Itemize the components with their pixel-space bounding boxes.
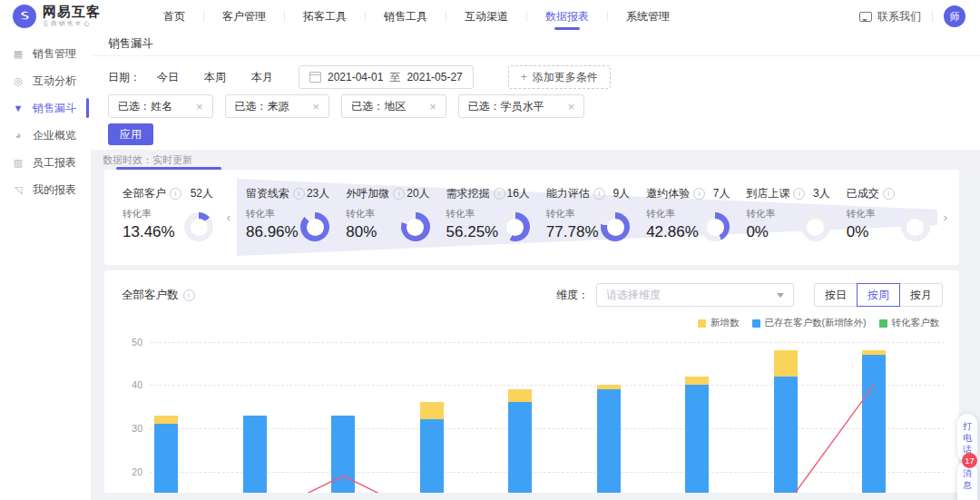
legend-item-new[interactable]: 新增数 (698, 317, 740, 329)
target-icon: ◎ (12, 75, 24, 87)
funnel-stage-count: 23人 (307, 186, 329, 201)
logo-subtitle: 云商销售中心 (43, 20, 101, 28)
funnel-stage-outbound-call: 外呼加微 20人 转化率 80% (337, 179, 436, 256)
sidebar-item-employee-report[interactable]: ▥ 员工报表 (0, 149, 91, 176)
legend-label: 转化客户数 (892, 317, 940, 329)
nav-item-reports[interactable]: 数据报表 (527, 0, 607, 33)
funnel-stage-count: 52人 (191, 186, 213, 201)
funnel-stage-name: 已成交 (847, 186, 879, 201)
by-day-button[interactable]: 按日 (814, 283, 858, 307)
chart-title: 全部客户数 (122, 288, 179, 303)
conversion-rate-label: 转化率 (246, 208, 299, 221)
close-icon[interactable]: × (313, 101, 320, 113)
pie-icon: ◕ (12, 130, 24, 141)
quick-range-week[interactable]: 本周 (204, 70, 226, 85)
nav-item-sales-tools[interactable]: 销售工具 (366, 0, 446, 33)
conversion-rate-label: 转化率 (546, 208, 599, 221)
donut-chart (401, 212, 430, 241)
donut-chart (801, 212, 830, 241)
funnel-icon: ▼ (12, 103, 24, 113)
date-separator: 至 (389, 70, 400, 85)
info-icon[interactable] (793, 188, 805, 200)
conversion-rate-label: 转化率 (122, 208, 175, 221)
add-condition-button[interactable]: + 添加更多条件 (508, 65, 611, 89)
nav-item-prospecting[interactable]: 拓客工具 (285, 0, 365, 33)
conversion-rate-label: 转化率 (446, 208, 499, 221)
funnel-stage-name: 外呼加微 (346, 186, 389, 201)
user-avatar[interactable]: 师 (944, 5, 965, 27)
filter-chip-region: 已选：地区 × (341, 94, 446, 118)
nav-item-channels[interactable]: 互动渠道 (446, 0, 526, 33)
by-week-button[interactable]: 按周 (857, 283, 900, 307)
logo-icon (13, 5, 36, 28)
info-icon[interactable] (693, 188, 705, 200)
page-title: 销售漏斗 (91, 33, 980, 56)
funnel-stage-name: 留资线索 (246, 186, 289, 201)
sidebar-item-label: 员工报表 (33, 155, 76, 171)
donut-chart (901, 212, 930, 241)
bar-chart-plot: 20304050 (117, 336, 945, 493)
dimension-select[interactable]: 请选择维度 (596, 283, 794, 307)
filter-chip-source: 已选：来源 × (225, 94, 330, 118)
legend-item-existing[interactable]: 已存在客户数(新增除外) (752, 317, 867, 329)
funnel-stage-visit-class: 到店上课 3人 转化率 0% (737, 179, 837, 256)
chevron-right-icon[interactable]: › (937, 179, 954, 256)
legend-label: 新增数 (710, 317, 740, 329)
sidebar-item-sales-funnel[interactable]: ▼ 销售漏斗 (0, 94, 91, 122)
topbar-right: 联系我们 师 (859, 5, 980, 27)
granularity-button-group: 按日 按周 按月 (814, 283, 943, 307)
quick-range-month[interactable]: 本月 (251, 70, 273, 85)
divider (932, 11, 933, 22)
close-icon[interactable]: × (429, 101, 436, 113)
funnel-stage-name: 需求挖掘 (446, 186, 490, 201)
funnel-stage-name: 能力评估 (546, 186, 590, 201)
sidebar-item-sales-management[interactable]: ▦ 销售管理 (0, 40, 91, 67)
quick-range-today[interactable]: 今日 (157, 70, 179, 85)
info-icon[interactable] (183, 289, 195, 301)
nav-item-system[interactable]: 系统管理 (608, 0, 688, 33)
info-icon[interactable] (170, 188, 181, 200)
apply-button[interactable]: 应用 (108, 123, 153, 145)
sidebar-item-my-report[interactable]: ◹ 我的报表 (0, 176, 91, 203)
info-icon[interactable] (883, 188, 895, 200)
date-range-input[interactable]: 2021-04-01 至 2021-05-27 (299, 65, 474, 89)
close-icon[interactable]: × (196, 101, 203, 113)
conversion-rate-value: 86.96% (246, 223, 299, 241)
top-nav-menu: 首页 客户管理 拓客工具 销售工具 互动渠道 数据报表 系统管理 (145, 0, 688, 33)
calendar-icon (309, 72, 321, 83)
close-icon[interactable]: × (568, 101, 575, 113)
conversion-rate-label: 转化率 (346, 208, 377, 221)
legend-swatch (752, 319, 760, 328)
sidebar-item-company-overview[interactable]: ◕ 企业概览 (0, 122, 91, 149)
funnel-stage-name: 到店上课 (746, 186, 789, 201)
funnel-stage-invite-experience: 邀约体验 7人 转化率 42.86% (637, 179, 737, 256)
contact-us-button[interactable]: 联系我们 (859, 9, 921, 25)
funnel-stage-count: 20人 (407, 186, 429, 201)
sidebar-item-interaction-analysis[interactable]: ◎ 互动分析 (0, 67, 91, 94)
sidebar-item-label: 互动分析 (33, 74, 76, 89)
chip-label: 已选：来源 (235, 99, 289, 114)
chevron-left-icon[interactable]: ‹ (220, 179, 237, 256)
date-end: 2021-05-27 (407, 71, 462, 83)
info-icon[interactable] (393, 188, 405, 200)
funnel-stage-count: 7人 (713, 186, 730, 201)
funnel-stage-needs-mining: 需求挖掘 16人 转化率 56.25% (437, 179, 537, 256)
info-icon[interactable] (494, 188, 505, 200)
legend-item-converted[interactable]: 转化客户数 (879, 317, 940, 329)
date-filter-label: 日期： (108, 70, 141, 85)
by-month-button[interactable]: 按月 (899, 283, 943, 307)
trend-icon: ◹ (12, 184, 24, 196)
nav-item-home[interactable]: 首页 (145, 0, 203, 33)
sidebar-item-label: 销售漏斗 (33, 101, 76, 116)
app-logo[interactable]: 网易互客 云商销售中心 (0, 5, 122, 28)
info-icon[interactable] (293, 188, 305, 200)
date-start: 2021-04-01 (328, 71, 383, 83)
nav-item-customers[interactable]: 客户管理 (204, 0, 284, 33)
conversion-rate-value: 0% (746, 223, 775, 241)
dimension-label: 维度： (556, 288, 589, 303)
sidebar-item-label: 我的报表 (33, 182, 76, 198)
funnel-zone: 留资线索 23人 转化率 86.96% 外呼加微 20人 转化率 80% (237, 179, 937, 256)
info-icon[interactable] (593, 188, 605, 200)
conversion-rate-label: 转化率 (746, 208, 775, 221)
caret-down-icon (777, 293, 784, 298)
